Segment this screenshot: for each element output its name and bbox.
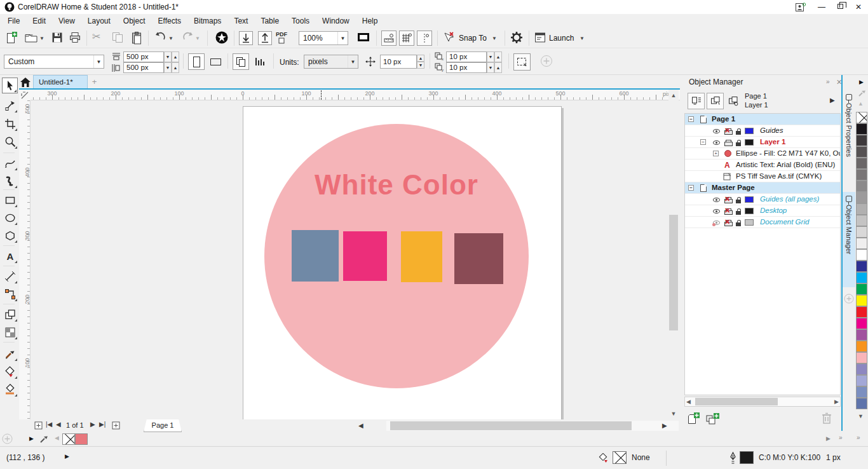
- palette-swatch[interactable]: [856, 261, 867, 272]
- snap-off-icon[interactable]: [442, 31, 455, 44]
- close-button[interactable]: ✕: [849, 0, 868, 14]
- previous-page-button[interactable]: ◀: [56, 421, 61, 428]
- scroll-down-arrow[interactable]: ▼: [668, 411, 679, 417]
- scroll-left-arrow[interactable]: ◀: [686, 398, 691, 405]
- redo-dropdown[interactable]: ▼: [195, 36, 200, 41]
- visibility-eye-icon[interactable]: [713, 198, 720, 202]
- palette-options-chevron[interactable]: »: [857, 434, 860, 441]
- zoom-tool[interactable]: [2, 133, 18, 149]
- duplicate-y-spinner[interactable]: ▲: [494, 62, 502, 73]
- docker-close-button[interactable]: ✕: [836, 78, 842, 86]
- tree-row-desktop[interactable]: ✕ Desktop: [685, 205, 840, 217]
- show-object-properties-button[interactable]: [688, 93, 705, 109]
- docker-hscroll-thumb[interactable]: [695, 398, 778, 405]
- layer-color-swatch[interactable]: [745, 196, 754, 203]
- paste-button[interactable]: [130, 31, 143, 45]
- landscape-button[interactable]: [207, 53, 224, 70]
- palette-scroll-down[interactable]: ▼: [858, 413, 864, 419]
- welcome-home-button[interactable]: [19, 76, 32, 88]
- expand-toggle[interactable]: +: [713, 151, 719, 156]
- page-width-field[interactable]: 500 px: [123, 51, 164, 62]
- portrait-button[interactable]: [188, 53, 205, 70]
- dimension-tool[interactable]: [2, 268, 18, 284]
- palette-swatch[interactable]: [856, 272, 867, 283]
- edit-across-layers-button[interactable]: [707, 93, 724, 109]
- color-eyedropper-tool[interactable]: [2, 346, 18, 362]
- lock-icon[interactable]: [736, 128, 742, 135]
- duplicate-y-field[interactable]: 10 px: [446, 62, 487, 73]
- show-guidelines-button[interactable]: [417, 31, 432, 46]
- page-height-field[interactable]: 500 px: [123, 62, 164, 73]
- page-width-dropdown[interactable]: ▼: [164, 51, 172, 62]
- menu-help[interactable]: Help: [356, 15, 384, 27]
- show-rulers-button[interactable]: [381, 31, 397, 46]
- color-square-3[interactable]: [401, 231, 442, 282]
- scroll-up-arrow[interactable]: ▲: [668, 90, 679, 99]
- lock-icon[interactable]: [736, 197, 742, 203]
- color-square-4[interactable]: [454, 233, 503, 284]
- visibility-eye-icon[interactable]: [713, 129, 720, 133]
- search-content-button[interactable]: [215, 31, 229, 44]
- docpal-flyout-arrow[interactable]: ▶: [29, 435, 34, 442]
- drawing-canvas[interactable]: White Color: [31, 100, 668, 419]
- menu-table[interactable]: Table: [254, 15, 285, 27]
- layer-color-swatch[interactable]: [745, 219, 754, 226]
- hscroll-left-arrow[interactable]: ◀: [358, 422, 363, 429]
- next-page-button[interactable]: ▶: [90, 421, 95, 428]
- tree-row-master-page[interactable]: − Master Page: [685, 182, 840, 194]
- layer-manager-view-button[interactable]: [724, 93, 742, 109]
- menu-bitmaps[interactable]: Bitmaps: [187, 15, 227, 27]
- connector-tool[interactable]: [2, 286, 18, 302]
- undo-button[interactable]: [154, 31, 168, 44]
- print-button[interactable]: [69, 31, 81, 44]
- tree-row-document-grid[interactable]: ✕ Document Grid: [685, 217, 840, 228]
- palette-swatch[interactable]: [856, 226, 867, 238]
- import-button[interactable]: [239, 31, 253, 45]
- tree-row-guides[interactable]: ✕ Guides: [685, 125, 840, 137]
- palette-flyout-arrow[interactable]: ▶: [859, 79, 864, 85]
- collapse-toggle[interactable]: −: [688, 116, 694, 122]
- palette-swatch[interactable]: [856, 158, 867, 169]
- ruler-origin-button[interactable]: [19, 90, 31, 100]
- palette-swatch[interactable]: [856, 398, 867, 409]
- outline-color-swatch[interactable]: [740, 451, 754, 464]
- menu-effects[interactable]: Effects: [152, 15, 187, 27]
- docker-collapse-button[interactable]: »: [826, 78, 830, 85]
- horizontal-scrollbar[interactable]: [386, 421, 679, 431]
- palette-swatch[interactable]: [856, 341, 867, 352]
- palette-swatch[interactable]: [856, 295, 867, 306]
- quick-customize-button[interactable]: [844, 294, 854, 304]
- tree-row-ellipse[interactable]: + Ellipse - Fill: C2 M71 Y47 K0, Ou: [685, 148, 840, 160]
- palette-swatch[interactable]: [856, 306, 867, 318]
- nudge-field[interactable]: 10 px: [380, 55, 417, 69]
- units-dropdown[interactable]: ▼: [348, 55, 358, 68]
- lock-icon[interactable]: [736, 220, 742, 226]
- palette-swatch[interactable]: [856, 375, 867, 386]
- palette-swatch[interactable]: [856, 215, 867, 226]
- duplicate-x-field[interactable]: 10 px: [446, 51, 487, 62]
- artistic-text-object[interactable]: White Color: [264, 169, 529, 201]
- tree-row-guides-all[interactable]: ✕ Guides (all pages): [685, 194, 840, 205]
- page-height-dropdown[interactable]: ▼: [164, 62, 172, 73]
- palette-swatch[interactable]: [856, 169, 867, 180]
- tab-object-manager[interactable]: Object Manager: [843, 192, 855, 287]
- palette-no-color[interactable]: [856, 112, 867, 123]
- zoom-level-dropdown[interactable]: ▼: [337, 32, 348, 44]
- fullscreen-preview-button[interactable]: [356, 31, 371, 44]
- nudge-down[interactable]: ▼: [417, 62, 424, 69]
- zoom-level-combo[interactable]: 100% ▼: [299, 31, 348, 45]
- duplicate-x-dropdown[interactable]: ▼: [487, 51, 494, 62]
- palette-swatch[interactable]: [856, 123, 867, 135]
- launch-icon[interactable]: [534, 31, 546, 44]
- page-height-spinner[interactable]: ▲: [172, 62, 179, 73]
- printable-icon[interactable]: ✕: [724, 208, 732, 214]
- cut-button[interactable]: ✂: [92, 31, 100, 43]
- tree-row-artistic-text[interactable]: A Artistic Text: Arial (Bold) (ENU): [685, 160, 840, 171]
- page-preset-combo[interactable]: Custom ▼: [4, 55, 104, 69]
- new-document-button[interactable]: [5, 31, 18, 45]
- pick-tool[interactable]: [2, 78, 18, 93]
- page-width-spinner[interactable]: ▲: [172, 51, 179, 62]
- lock-icon[interactable]: [736, 208, 742, 215]
- smart-fill-tool[interactable]: [2, 381, 18, 397]
- duplicate-y-dropdown[interactable]: ▼: [487, 62, 494, 73]
